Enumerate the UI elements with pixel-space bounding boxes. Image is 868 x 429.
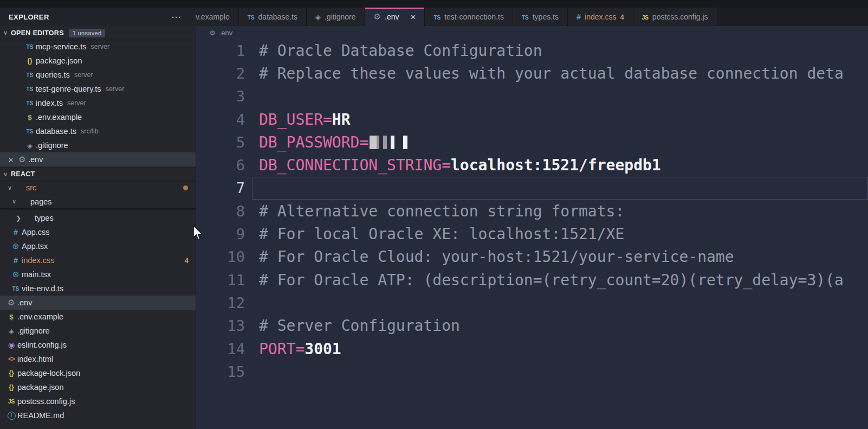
tree-item[interactable]: App.tsx <box>0 239 196 253</box>
file-path-hint: server <box>67 99 86 107</box>
line-number: 3 <box>196 88 259 105</box>
code-line[interactable]: 11 # For Oracle ATP: (description=(retry… <box>196 268 868 291</box>
tab-label: test-connection.ts <box>444 12 504 21</box>
chevron-down-icon: ∨ <box>3 171 11 178</box>
file-name: queries.ts <box>36 71 70 79</box>
tree-item[interactable]: vite-env.d.ts <box>0 281 196 296</box>
file-icon <box>10 286 22 292</box>
tree-item[interactable]: package-lock.json <box>0 366 196 380</box>
code-token: # Replace these values with your actual … <box>259 65 844 82</box>
code-token: # For local Oracle XE: localhost:1521/XE <box>259 225 624 243</box>
tab-label: .gitignore <box>325 12 356 21</box>
folder-chevron-icon: ∨ <box>5 184 14 191</box>
code-line[interactable]: 6 DB_CONNECTION_STRING=localhost:1521/fr… <box>196 153 868 176</box>
code-line[interactable]: 8 # Alternative connection string format… <box>196 200 868 222</box>
window-top-strip <box>0 0 868 8</box>
editor-tab[interactable]: types.ts <box>513 8 568 26</box>
code-line[interactable]: 7 <box>196 177 868 200</box>
breadcrumb[interactable]: .env <box>196 26 868 39</box>
open-editor-item[interactable]: database.ts src/lib <box>0 124 196 138</box>
editor-tab[interactable]: test-connection.ts <box>425 8 513 26</box>
editor-tab[interactable]: .env × <box>365 8 425 26</box>
open-editors-header[interactable]: ∨ OPEN EDITORS 1 unsaved <box>0 26 196 40</box>
explorer-title: EXPLORER <box>9 13 49 21</box>
open-editor-item[interactable]: .env.example <box>0 110 196 124</box>
workbench-body: ∨ OPEN EDITORS 1 unsaved mcp-service.ts … <box>0 26 868 429</box>
vscode-window: EXPLORER ··· v.example database.ts .giti… <box>0 0 868 429</box>
code-token: # Alternative connection string formats: <box>259 202 624 220</box>
line-content: DB_USER=HR <box>259 108 868 131</box>
open-editor-item[interactable]: mcp-service.ts server <box>0 40 196 54</box>
file-name: .env.example <box>17 312 63 321</box>
more-actions-icon[interactable]: ··· <box>172 12 182 22</box>
code-line[interactable]: 13 # Server Configuration <box>196 315 868 337</box>
code-line[interactable]: 5 DB_PASSWORD= <box>196 131 868 153</box>
file-icon <box>24 57 36 65</box>
line-content: # For local Oracle XE: localhost:1521/XE <box>259 222 868 245</box>
file-name: .env.example <box>36 113 82 121</box>
editor-tab[interactable]: postcss.config.js <box>633 8 717 26</box>
line-number: 12 <box>196 294 259 311</box>
code-line[interactable]: 9 # For local Oracle XE: localhost:1521/… <box>196 222 868 245</box>
file-icon <box>16 155 28 164</box>
file-icon <box>5 341 17 349</box>
unsaved-count-badge: 1 unsaved <box>69 29 105 37</box>
code-token: HR <box>332 111 351 129</box>
project-section-header[interactable]: ∨ REACT <box>0 167 196 181</box>
tree-item[interactable]: package.json <box>0 380 196 394</box>
file-icon <box>5 298 17 308</box>
code-line[interactable]: 10 # For Oracle Cloud: your-host:1521/yo… <box>196 246 868 268</box>
code-line[interactable]: 14 PORT=3001 <box>196 337 868 360</box>
file-icon <box>5 383 17 391</box>
open-editor-item[interactable]: × .env <box>0 152 196 167</box>
tree-item[interactable]: main.tsx <box>0 267 196 281</box>
code-line[interactable]: 2 # Replace these values with your actua… <box>196 62 868 85</box>
file-icon <box>10 256 22 265</box>
tree-item[interactable]: index.html <box>0 352 196 366</box>
line-number: 4 <box>196 111 259 128</box>
file-name: database.ts <box>36 127 76 136</box>
file-icon <box>24 44 36 50</box>
editor-tab[interactable]: v.example <box>187 8 239 26</box>
file-name: pages <box>30 197 52 206</box>
open-editor-item[interactable]: .gitignore <box>0 138 196 152</box>
tree-item[interactable]: index.css 4 <box>0 253 196 267</box>
tree-item[interactable]: ∨ pages <box>0 195 196 209</box>
line-number: 5 <box>196 134 259 151</box>
code-line[interactable]: 4 DB_USER=HR <box>196 108 868 131</box>
open-editor-item[interactable]: package.json <box>0 54 196 68</box>
editor-tab[interactable]: .gitignore <box>307 8 365 26</box>
tree-item[interactable]: .gitignore <box>0 324 196 338</box>
tree-item[interactable]: README.md <box>0 408 196 422</box>
file-icon <box>5 313 17 321</box>
open-editor-item[interactable]: test-genre-query.ts server <box>0 82 196 96</box>
line-content: # For Oracle Cloud: your-host:1521/your-… <box>259 246 868 268</box>
code-line[interactable]: 3 <box>196 85 868 108</box>
tree-item[interactable]: App.css <box>0 225 196 239</box>
line-number: 7 <box>196 180 259 196</box>
line-number: 6 <box>196 157 259 174</box>
tab-close-icon[interactable]: × <box>410 12 416 22</box>
tree-item[interactable]: ❯ types <box>0 211 196 225</box>
code-line[interactable]: 15 <box>196 360 868 383</box>
line-content <box>259 85 868 108</box>
file-icon <box>10 270 22 279</box>
code-editor[interactable]: 1 # Oracle Database Configuration 2 # Re… <box>196 39 868 429</box>
modified-dot-icon <box>183 185 188 190</box>
code-token: DB_CONNECTION_STRING= <box>259 156 451 174</box>
tree-item[interactable]: postcss.config.js <box>0 394 196 408</box>
code-line[interactable]: 12 <box>196 291 868 314</box>
open-editor-item[interactable]: index.ts server <box>0 96 196 110</box>
code-line[interactable]: 1 # Oracle Database Configuration <box>196 39 868 62</box>
editor-tab[interactable]: index.css 4 <box>568 8 633 26</box>
tree-item[interactable]: eslint.config.js <box>0 338 196 352</box>
line-content <box>259 360 868 383</box>
tree-item[interactable]: ∨ src <box>0 181 196 195</box>
file-name: src <box>26 183 36 192</box>
close-icon[interactable]: × <box>5 155 16 164</box>
open-editor-item[interactable]: queries.ts server <box>0 68 196 82</box>
tree-item[interactable]: .env <box>0 296 196 310</box>
tree-item[interactable]: .env.example <box>0 310 196 324</box>
file-path-hint: src/lib <box>81 127 99 135</box>
editor-tab[interactable]: database.ts <box>239 8 307 26</box>
